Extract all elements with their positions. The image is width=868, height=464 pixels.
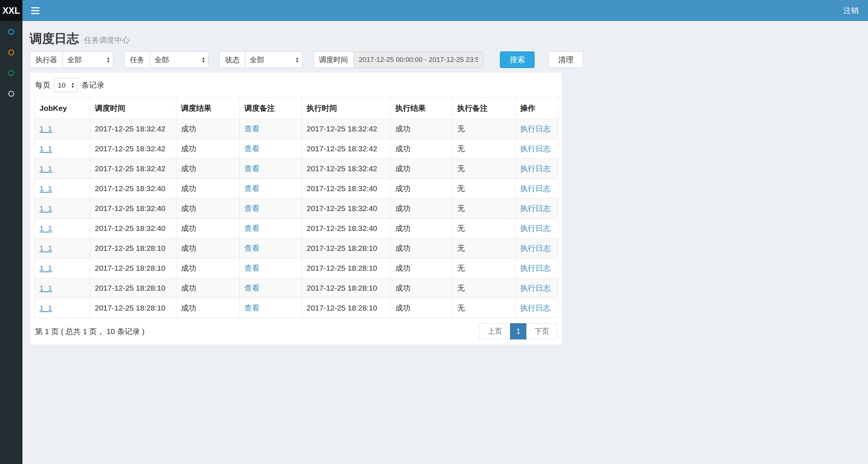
log-table-body: 1_12017-12-25 18:32:42成功查看2017-12-25 18:… [35,119,559,318]
trigger-msg-link[interactable]: 查看 [244,244,260,252]
trigger-msg-link[interactable]: 查看 [244,164,260,173]
app-logo[interactable]: XXL [0,0,22,21]
trigger-msg-link[interactable]: 查看 [244,224,260,232]
trigger-time-cell: 2017-12-25 18:28:10 [90,298,176,318]
trigger-msg-link[interactable]: 查看 [244,125,260,133]
col-header-handle-time: 执行时间 [302,98,391,119]
trigger-time-cell: 2017-12-25 18:32:40 [90,199,176,219]
jobkey-link-cell: 1_1 [35,119,90,139]
log-table: JobKey 调度时间 调度结果 调度备注 执行时间 执行结果 执行备注 操作 … [34,97,559,318]
jobkey-link-cell: 1_1 [35,179,90,199]
exec-log-link[interactable]: 执行日志 [520,264,551,272]
jobkey-link-cell: 1_1 [35,239,90,258]
jobkey-link[interactable]: 1_1 [39,244,52,252]
exec-log-link-cell: 执行日志 [515,278,559,298]
trigger-result-cell: 成功 [176,179,240,199]
handle-time-cell: 2017-12-25 18:32:40 [302,199,391,219]
exec-log-link-cell: 执行日志 [515,219,559,239]
trigger-msg-link[interactable]: 查看 [244,304,260,312]
clear-button[interactable]: 清理 [548,51,583,68]
page-size-select-wrap: 10 [54,78,78,92]
exec-log-link[interactable]: 执行日志 [520,125,551,133]
trigger-msg-link-cell: 查看 [240,199,302,219]
trigger-result-cell: 成功 [176,199,240,219]
exec-log-link[interactable]: 执行日志 [520,164,551,173]
search-button[interactable]: 搜索 [500,51,535,68]
handle-msg-cell: 无 [452,258,515,278]
handle-time-cell: 2017-12-25 18:32:40 [302,219,391,239]
trigger-msg-link[interactable]: 查看 [244,184,260,193]
jobkey-link[interactable]: 1_1 [39,304,52,312]
jobkey-link[interactable]: 1_1 [39,224,52,232]
table-row: 1_12017-12-25 18:28:10成功查看2017-12-25 18:… [35,298,559,318]
jobkey-link[interactable]: 1_1 [39,284,52,292]
table-row: 1_12017-12-25 18:32:42成功查看2017-12-25 18:… [35,119,559,139]
handle-msg-cell: 无 [452,139,515,159]
trigger-time-cell: 2017-12-25 18:32:42 [90,139,176,159]
status-select[interactable]: 全部 [245,51,302,68]
page-size-control: 每页 10 条记录 [35,78,557,92]
jobkey-link[interactable]: 1_1 [39,164,52,173]
table-row: 1_12017-12-25 18:32:40成功查看2017-12-25 18:… [35,199,559,219]
col-header-trigger-result: 调度结果 [176,98,240,119]
table-footer: 第 1 页 ( 总共 1 页， 10 条记录 ) 上页 1 下页 [34,323,557,339]
sidebar-item-2[interactable] [0,42,22,63]
table-row: 1_12017-12-25 18:28:10成功查看2017-12-25 18:… [35,258,559,278]
trigger-msg-link[interactable]: 查看 [244,204,260,212]
page-size-select[interactable]: 10 [54,78,78,92]
sidebar-toggle-button[interactable] [22,0,48,21]
handle-msg-cell: 无 [452,199,515,219]
trigger-result-cell: 成功 [176,239,240,258]
content-area: 调度日志 任务调度中心 执行器 全部 任务 全部 [22,0,868,464]
exec-log-link[interactable]: 执行日志 [520,224,551,232]
page-title: 调度日志 [30,30,79,47]
trigger-result-cell: 成功 [176,139,240,159]
trigger-msg-link-cell: 查看 [240,159,302,179]
job-select[interactable]: 全部 [150,51,208,68]
trigger-msg-link[interactable]: 查看 [244,264,260,272]
trigger-result-cell: 成功 [176,298,240,318]
jobkey-link-cell: 1_1 [35,139,90,159]
exec-log-link[interactable]: 执行日志 [520,304,551,312]
top-navbar: XXL 注销 [0,0,868,21]
sidebar-item-3[interactable] [0,63,22,83]
logout-link[interactable]: 注销 [834,5,868,16]
trigger-msg-link[interactable]: 查看 [244,284,260,292]
handle-time-cell: 2017-12-25 18:32:40 [302,179,391,199]
jobkey-link[interactable]: 1_1 [39,204,52,212]
table-row: 1_12017-12-25 18:32:40成功查看2017-12-25 18:… [35,219,559,239]
current-page-button[interactable]: 1 [510,323,527,339]
next-page-button[interactable]: 下页 [526,323,557,339]
table-row: 1_12017-12-25 18:32:40成功查看2017-12-25 18:… [35,179,559,199]
prev-page-button[interactable]: 上页 [479,323,510,339]
handle-time-cell: 2017-12-25 18:28:10 [302,278,391,298]
sidebar-item-1[interactable] [0,21,22,42]
status-filter-label: 状态 [219,51,245,68]
trigger-result-cell: 成功 [176,159,240,179]
exec-log-link[interactable]: 执行日志 [520,144,551,153]
jobkey-link[interactable]: 1_1 [39,144,52,153]
exec-log-link[interactable]: 执行日志 [520,204,551,212]
exec-log-link[interactable]: 执行日志 [520,184,551,193]
handle-msg-cell: 无 [452,159,515,179]
trigger-time-filter-group: 调度时间 [313,51,484,68]
trigger-time-range-input[interactable] [353,51,484,68]
jobkey-link[interactable]: 1_1 [39,184,52,193]
executor-filter-group: 执行器 全部 [30,51,113,68]
exec-log-link-cell: 执行日志 [515,119,559,139]
trigger-time-cell: 2017-12-25 18:32:40 [90,219,176,239]
exec-log-link[interactable]: 执行日志 [520,284,551,292]
log-table-box: 每页 10 条记录 JobKey 调度时间 [30,72,562,345]
jobkey-link[interactable]: 1_1 [39,264,52,272]
executor-select[interactable]: 全部 [63,51,113,68]
handle-time-cell: 2017-12-25 18:28:10 [302,298,391,318]
sidebar-item-4[interactable] [0,83,22,104]
handle-time-cell: 2017-12-25 18:32:42 [302,139,391,159]
trigger-msg-link[interactable]: 查看 [244,144,260,153]
jobkey-link[interactable]: 1_1 [39,125,52,133]
exec-log-link[interactable]: 执行日志 [520,244,551,252]
handle-result-cell: 成功 [391,219,452,239]
content-header: 调度日志 任务调度中心 [22,21,868,51]
jobkey-link-cell: 1_1 [35,219,90,239]
trigger-msg-link-cell: 查看 [240,119,302,139]
